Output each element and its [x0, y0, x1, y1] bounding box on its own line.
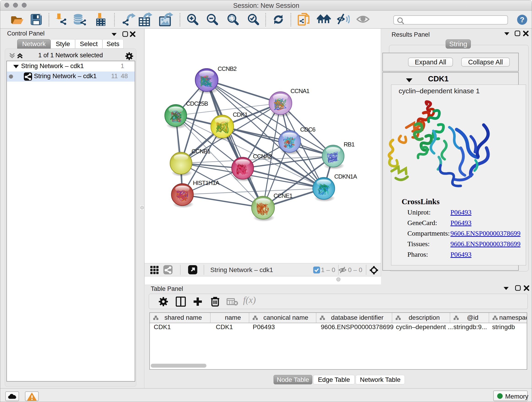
svg-text:CCNA2: CCNA2 — [253, 153, 272, 160]
svg-text:CDC25B: CDC25B — [186, 100, 208, 107]
svg-text:CCNB1: CCNB1 — [191, 148, 210, 155]
svg-text:HIST1H1A: HIST1H1A — [193, 179, 220, 186]
svg-text:CDK1: CDK1 — [233, 111, 248, 118]
svg-text:RB1: RB1 — [344, 141, 355, 148]
svg-text:CDC6: CDC6 — [300, 126, 316, 133]
svg-text:CDKN1A: CDKN1A — [334, 173, 357, 180]
svg-text:CCNB2: CCNB2 — [218, 65, 237, 72]
svg-text:CCNE1: CCNE1 — [273, 192, 293, 199]
svg-text:CCNA1: CCNA1 — [291, 88, 310, 95]
svg-text:?: ? — [520, 16, 525, 24]
